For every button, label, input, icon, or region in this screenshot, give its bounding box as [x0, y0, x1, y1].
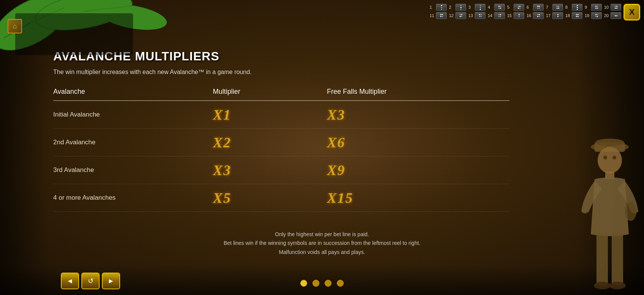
table-row-2nd: 2nd Avalanche X2 X6	[53, 129, 509, 156]
payline-row-1: 1 2 3 4	[430, 4, 621, 11]
payline-num-12: 12	[449, 13, 454, 18]
svg-point-12	[598, 147, 622, 174]
payline-num-9: 9	[585, 5, 590, 9]
payline-item-6: 6	[527, 4, 544, 11]
payline-item-14: 14	[488, 12, 505, 19]
multiplier-table: Avalanche Multiplier Free Falls Multipli…	[53, 88, 509, 212]
footer-line-2: Bet lines win if the winning symbols are…	[224, 239, 420, 248]
payline-num-13: 13	[468, 13, 474, 18]
subtitle-text: The win multiplier increases with each n…	[53, 69, 591, 76]
svg-point-16	[594, 282, 611, 289]
avalanche-2nd: 2nd Avalanche	[53, 129, 213, 156]
avalanche-initial: Initial Avalanche	[53, 101, 213, 129]
nav-dot-2[interactable]	[312, 280, 319, 287]
payline-num-3: 3	[468, 5, 474, 9]
payline-row-2: 11 12 13 14	[430, 12, 621, 19]
avalanche-3rd: 3rd Avalanche	[53, 156, 213, 184]
payline-item-10: 10	[604, 4, 621, 11]
svg-point-18	[603, 156, 607, 159]
payline-icon-15	[514, 12, 524, 19]
payline-num-2: 2	[449, 5, 454, 9]
payline-item-11: 11	[430, 12, 447, 19]
close-button[interactable]: X	[623, 4, 640, 21]
payline-item-12: 12	[449, 12, 466, 19]
free-falls-3rd: X9	[327, 156, 509, 184]
payline-num-10: 10	[604, 5, 609, 9]
payline-icon-19	[591, 12, 602, 19]
free-falls-initial: X3	[327, 101, 509, 129]
footer-line-3: Malfunction voids all pays and plays.	[224, 248, 420, 257]
payline-num-8: 8	[565, 5, 571, 9]
payline-item-15: 15	[507, 12, 524, 19]
payline-icon-5	[514, 4, 524, 11]
svg-rect-14	[596, 232, 608, 286]
svg-point-11	[595, 139, 624, 146]
prev-button[interactable]: ◄	[61, 273, 79, 289]
payline-icon-14	[494, 12, 505, 19]
payline-item-19: 19	[585, 12, 602, 19]
payline-num-5: 5	[507, 5, 512, 9]
payline-icon-7	[552, 4, 563, 11]
free-falls-4plus: X15	[327, 184, 509, 212]
svg-point-20	[625, 202, 636, 221]
next-button[interactable]: ►	[102, 273, 120, 289]
payline-item-2: 2	[449, 4, 466, 11]
nav-buttons: ◄ ↺ ►	[61, 273, 120, 289]
payline-icon-20	[611, 12, 621, 19]
header-free-falls: Free Falls Multiplier	[327, 88, 509, 101]
nav-dots	[300, 280, 344, 287]
payline-icon-2	[455, 4, 466, 11]
footer-line-1: Only the highest win per bet line is pai…	[224, 230, 420, 239]
payline-icon-3	[475, 4, 485, 11]
payline-num-20: 20	[604, 13, 609, 18]
free-falls-2nd: X6	[327, 129, 509, 156]
avalanche-4plus: 4 or more Avalanches	[53, 184, 213, 212]
multiplier-4plus: X5	[213, 184, 327, 212]
game-title: Gonzo's	[21, 2, 77, 20]
payline-icon-8	[572, 4, 582, 11]
payline-item-13: 13	[468, 12, 485, 19]
table-row-4plus: 4 or more Avalanches X5 X15	[53, 184, 509, 212]
payline-icon-9	[591, 4, 602, 11]
payline-icon-13	[475, 12, 485, 19]
svg-point-17	[609, 282, 626, 289]
header-avalanche: Avalanche	[53, 88, 213, 101]
nav-dot-1[interactable]	[300, 280, 307, 287]
nav-dot-4[interactable]	[337, 280, 344, 287]
reset-button[interactable]: ↺	[81, 273, 100, 289]
payline-num-19: 19	[585, 13, 590, 18]
payline-item-5: 5	[507, 4, 524, 11]
tm-mark: ™	[50, 21, 56, 27]
payline-icon-1	[436, 4, 447, 11]
gonzo-character	[576, 136, 644, 295]
payline-icon-10	[611, 4, 621, 11]
payline-num-11: 11	[430, 13, 435, 18]
payline-icon-16	[533, 12, 544, 19]
svg-rect-15	[612, 232, 623, 286]
payline-item-16: 16	[527, 12, 544, 19]
multiplier-initial: X1	[213, 101, 327, 129]
nav-dot-3[interactable]	[325, 280, 332, 287]
main-container: ⌂ Gonzo's Quest™ 1 2 3	[0, 0, 644, 295]
payline-icon-4	[494, 4, 505, 11]
payline-item-20: 20	[604, 12, 621, 19]
payline-item-1: 1	[430, 4, 447, 11]
page-title: AVALANCHE MULTIPLIERS	[53, 49, 591, 63]
payline-icon-11	[436, 12, 447, 19]
payline-num-15: 15	[507, 13, 512, 18]
footer-text: Only the highest win per bet line is pai…	[224, 230, 420, 257]
game-subtitle: Quest™	[21, 20, 56, 32]
home-button[interactable]: ⌂	[8, 19, 22, 33]
table-row-initial: Initial Avalanche X1 X3	[53, 101, 509, 129]
payline-item-7: 7	[546, 4, 563, 11]
payline-item-9: 9	[585, 4, 602, 11]
paylines-grid: 1 2 3 4	[430, 4, 621, 19]
payline-num-6: 6	[527, 5, 532, 9]
payline-item-8: 8	[565, 4, 582, 11]
payline-icon-17	[552, 12, 563, 19]
payline-item-3: 3	[468, 4, 485, 11]
payline-num-1: 1	[430, 5, 435, 9]
header-multiplier: Multiplier	[213, 88, 327, 101]
multiplier-2nd: X2	[213, 129, 327, 156]
payline-num-4: 4	[488, 5, 493, 9]
